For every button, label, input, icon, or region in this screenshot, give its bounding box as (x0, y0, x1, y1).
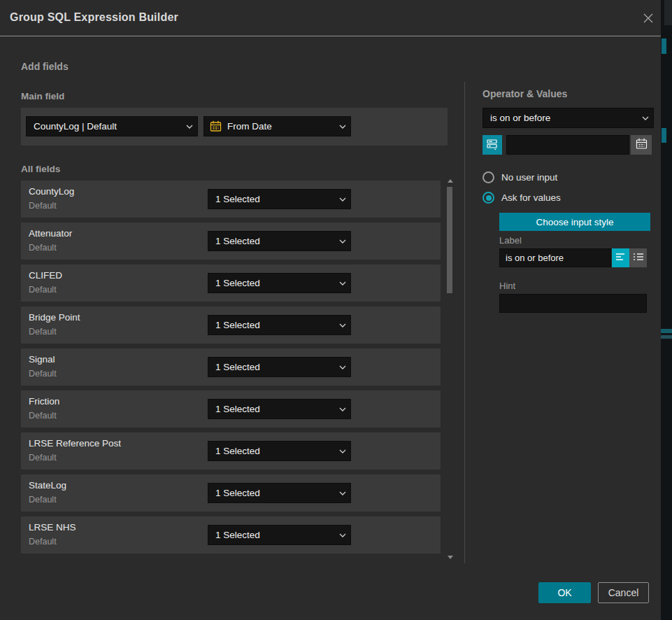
field-selection-dropdown[interactable]: 1 Selected (208, 441, 351, 461)
chevron-down-icon (335, 533, 350, 537)
field-selection-dropdown[interactable]: 1 Selected (208, 189, 351, 209)
field-selection-dropdown[interactable]: 1 Selected (208, 483, 351, 503)
list-scrollbar[interactable] (446, 178, 453, 561)
chevron-down-icon (335, 449, 350, 453)
field-sublabel: Default (29, 285, 57, 295)
field-sublabel: Default (29, 369, 57, 379)
field-row[interactable]: CLIFED Default 1 Selected (21, 265, 441, 302)
field-row[interactable]: CountyLog Default 1 Selected (21, 181, 441, 218)
field-selection-value: 1 Selected (208, 320, 335, 330)
background-app-strip (661, 0, 672, 620)
field-selection-dropdown[interactable]: 1 Selected (208, 273, 351, 293)
field-name: LRSE NHS (29, 522, 76, 533)
chevron-down-icon (335, 239, 350, 244)
field-name: LRSE Reference Post (29, 438, 121, 449)
field-sublabel: Default (29, 495, 57, 505)
chevron-down-icon (335, 365, 350, 369)
field-row[interactable]: Attenuator Default 1 Selected (21, 223, 441, 260)
field-selection-value: 1 Selected (208, 530, 335, 540)
field-selection-dropdown[interactable]: 1 Selected (208, 399, 351, 419)
field-selection-dropdown[interactable]: 1 Selected (208, 525, 351, 545)
dialog-titlebar: Group SQL Expression Builder (0, 0, 661, 36)
field-name: Attenuator (29, 228, 72, 239)
operator-select[interactable]: is on or before (482, 108, 654, 128)
background-app-fragment (661, 335, 672, 339)
no-user-input-label: No user input (501, 172, 557, 183)
dialog-title: Group SQL Expression Builder (10, 11, 178, 24)
radio-selected-icon (482, 192, 494, 204)
field-sublabel: Default (29, 327, 57, 337)
field-selection-value: 1 Selected (208, 194, 335, 204)
operator-select-value: is on or before (483, 113, 638, 123)
single-line-icon (615, 252, 627, 264)
field-selection-dropdown[interactable]: 1 Selected (208, 231, 351, 251)
background-app-fragment (661, 329, 672, 333)
field-name: StateLog (29, 480, 66, 491)
screen: Group SQL Expression Builder Add fields … (0, 0, 672, 620)
field-selection-value: 1 Selected (208, 236, 335, 246)
no-user-input-radio[interactable]: No user input (482, 171, 557, 183)
titlebar-divider (0, 36, 661, 36)
field-name: Bridge Point (29, 312, 80, 323)
background-app-fragment (664, 0, 672, 25)
scroll-up-icon[interactable] (448, 179, 453, 183)
operator-values-heading: Operator & Values (482, 88, 567, 99)
chevron-down-icon (182, 125, 197, 129)
field-selection-value: 1 Selected (208, 446, 335, 456)
main-field-band: CountyLog | Default From Date (21, 108, 448, 146)
all-fields-heading: All fields (21, 164, 60, 174)
main-field-select[interactable]: From Date (203, 116, 351, 136)
chevron-down-icon (335, 491, 350, 495)
hint-label: Hint (499, 281, 515, 291)
main-field-heading: Main field (21, 91, 64, 101)
single-line-style-button[interactable] (612, 248, 629, 267)
field-row[interactable]: Signal Default 1 Selected (21, 348, 441, 386)
ok-button[interactable]: OK (538, 582, 591, 603)
field-selection-value: 1 Selected (208, 362, 335, 372)
field-sublabel: Default (29, 201, 57, 211)
chevron-down-icon (335, 323, 350, 327)
chevron-down-icon (335, 125, 350, 129)
label-label: Label (499, 235, 522, 246)
field-name: CLIFED (29, 270, 62, 281)
ask-for-values-radio[interactable]: Ask for values (482, 192, 561, 204)
field-type-icon (486, 138, 499, 153)
field-row[interactable]: Bridge Point Default 1 Selected (21, 307, 441, 344)
main-field-select-value: From Date (223, 121, 335, 132)
scrollbar-thumb[interactable] (447, 187, 452, 293)
scroll-down-icon[interactable] (448, 556, 453, 559)
choose-input-style-button[interactable]: Choose input style (499, 213, 650, 231)
list-style-button[interactable] (629, 248, 647, 267)
background-app-fragment (662, 38, 666, 54)
cancel-button[interactable]: Cancel (598, 582, 649, 603)
background-app-fragment (662, 128, 666, 143)
field-sublabel: Default (29, 537, 57, 547)
field-selection-dropdown[interactable]: 1 Selected (208, 357, 351, 377)
all-fields-list: CountyLog Default 1 Selected Attenuator … (21, 181, 441, 558)
group-sql-expression-builder-dialog: Group SQL Expression Builder Add fields … (0, 0, 661, 620)
date-picker-button[interactable] (631, 135, 652, 155)
value-input[interactable] (506, 135, 629, 155)
field-name: Signal (29, 354, 55, 365)
value-type-button[interactable] (482, 135, 502, 155)
field-row[interactable]: StateLog Default 1 Selected (21, 474, 441, 512)
chevron-down-icon (335, 407, 350, 411)
chevron-down-icon (335, 197, 350, 202)
chevron-down-icon (335, 281, 350, 286)
field-row[interactable]: Friction Default 1 Selected (21, 390, 441, 428)
calendar-icon (636, 138, 648, 152)
label-input[interactable] (499, 248, 611, 267)
main-layer-select[interactable]: CountyLog | Default (26, 116, 198, 136)
radio-unselected-icon (482, 171, 494, 183)
field-row[interactable]: LRSE Reference Post Default 1 Selected (21, 432, 441, 470)
list-icon (633, 252, 644, 264)
field-selection-value: 1 Selected (208, 278, 335, 288)
field-selection-dropdown[interactable]: 1 Selected (208, 315, 351, 335)
field-name: CountyLog (29, 186, 74, 197)
main-layer-select-value: CountyLog | Default (27, 121, 182, 132)
hint-input[interactable] (499, 294, 647, 313)
panel-divider (464, 82, 465, 563)
field-row[interactable]: LRSE NHS Default 1 Selected (21, 516, 441, 554)
chevron-down-icon (638, 116, 653, 120)
close-icon[interactable] (642, 12, 655, 24)
